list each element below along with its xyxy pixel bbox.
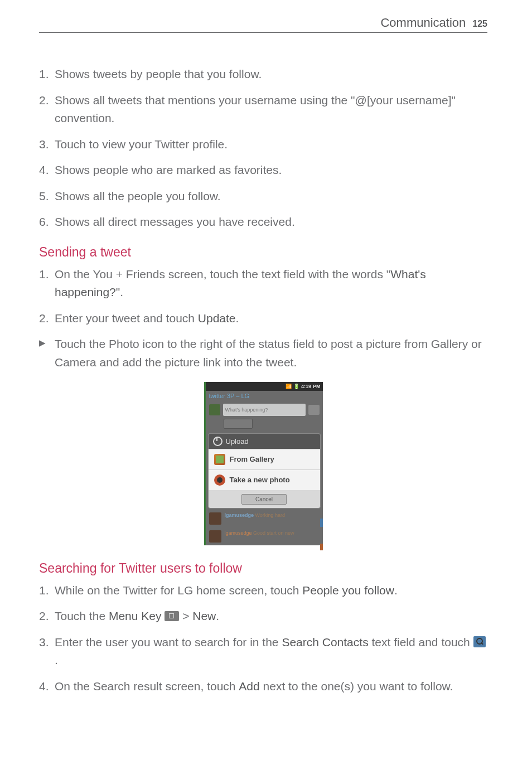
upload-sheet: Upload From Gallery Take a new photo Can… <box>208 433 321 509</box>
battery-icon: 🔋 <box>293 384 299 389</box>
step-text: Enter your tweet and touch Update. <box>55 309 487 328</box>
menu-key-icon <box>165 611 179 621</box>
page-number: 125 <box>472 19 487 29</box>
cancel-button[interactable]: Cancel <box>241 494 287 505</box>
section2-steps: 1. While on the Twitter for LG home scre… <box>39 582 487 696</box>
placeholder-text: What's happening? <box>225 407 268 413</box>
text-fragment: . <box>236 312 239 325</box>
intro-item: Shows all tweets that mentions your user… <box>55 91 487 128</box>
scroll-indicator <box>320 519 323 527</box>
compose-row: What's happening? <box>206 401 323 419</box>
update-row <box>206 419 323 432</box>
search-icon <box>473 636 486 647</box>
feed-username: lgamusedge <box>225 512 254 518</box>
intro-item: Touch to view your Twitter profile. <box>55 135 487 154</box>
sheet-option-gallery[interactable]: From Gallery <box>209 449 320 469</box>
sheet-title: Upload <box>226 437 249 446</box>
text-fragment: > <box>179 609 192 622</box>
status-pm: PM <box>313 384 321 389</box>
scroll-indicator <box>320 544 323 550</box>
page-header: Communication 125 <box>39 16 487 32</box>
feed-item: lgamusedge Working hard <box>206 510 323 527</box>
text-fragment: text field and touch <box>369 636 473 648</box>
text-fragment: . <box>394 584 398 597</box>
feed-avatar <box>209 530 221 543</box>
step-text: On the You + Friends screen, touch the t… <box>55 265 487 302</box>
section-title: Communication <box>380 16 466 30</box>
phone-screenshot: 📶 🔋 4:19 PM twitter 3P – LG What's happe… <box>204 382 323 545</box>
step-text: On the Search result screen, touch Add n… <box>55 677 487 696</box>
intro-item: Shows all the people you follow. <box>55 187 487 206</box>
upload-icon <box>213 437 223 446</box>
bullet-item: ▶ Touch the Photo icon to the right of t… <box>39 335 487 371</box>
intro-item: Shows people who are marked as favorites… <box>55 161 487 180</box>
intro-item: Shows tweets by people that you follow. <box>55 65 487 84</box>
text-fragment: On the You + Friends screen, touch the t… <box>55 268 390 280</box>
status-time: 4:19 <box>301 384 311 389</box>
bold-text: Add <box>239 680 259 693</box>
text-fragment: While on the Twitter for LG home screen,… <box>55 584 302 597</box>
text-fragment: . <box>216 609 219 622</box>
feed-body: Working hard <box>255 512 285 518</box>
document-page: Communication 125 1.Shows tweets by peop… <box>0 0 532 737</box>
option-label: From Gallery <box>230 455 274 463</box>
section-heading-searching: Searching for Twitter users to follow <box>39 561 487 576</box>
camera-icon <box>214 475 225 486</box>
intro-item: Shows all direct messages you have recei… <box>55 213 487 231</box>
section1-steps: 1. On the You + Friends screen, touch th… <box>39 265 487 328</box>
bold-text: Update <box>198 312 236 325</box>
option-label: Take a new photo <box>230 476 290 484</box>
figure-screenshot: 📶 🔋 4:19 PM twitter 3P – LG What's happe… <box>39 382 487 545</box>
feed-text: lgamusedge Good start on new <box>225 530 320 536</box>
signal-icon: 📶 <box>286 384 292 389</box>
sheet-header: Upload <box>209 434 320 449</box>
feed-avatar <box>209 512 221 525</box>
text-fragment: Enter your tweet and touch <box>55 312 198 325</box>
text-fragment: On the Search result screen, touch <box>55 680 239 693</box>
bold-text: People you follow <box>302 584 394 597</box>
step-text: Enter the user you want to search for in… <box>55 633 487 670</box>
intro-list: 1.Shows tweets by people that you follow… <box>39 65 487 231</box>
section-heading-sending-tweet: Sending a tweet <box>39 245 487 260</box>
bold-text: Search Contacts <box>282 636 368 648</box>
phone-statusbar: 📶 🔋 4:19 PM <box>206 382 323 391</box>
text-fragment: Touch the <box>55 609 109 622</box>
step-text: While on the Twitter for LG home screen,… <box>55 582 487 600</box>
feed-item: lgamusedge Good start on new <box>206 527 323 545</box>
avatar <box>209 404 220 415</box>
bold-text: New <box>192 609 216 622</box>
text-fragment: . <box>55 653 58 666</box>
feed-username: lgamusedge <box>225 530 252 536</box>
sheet-cancel-row: Cancel <box>209 490 320 508</box>
step-text: Touch the Menu Key > New. <box>55 607 487 626</box>
bold-text: Menu Key <box>109 609 162 622</box>
bullet-text: Touch the Photo icon to the right of the… <box>55 335 487 371</box>
header-rule <box>39 32 487 33</box>
text-fragment: Enter the user you want to search for in… <box>55 636 282 648</box>
update-button[interactable] <box>224 419 253 429</box>
text-fragment: ". <box>116 285 123 298</box>
photo-icon[interactable] <box>308 405 320 415</box>
sheet-option-camera[interactable]: Take a new photo <box>209 469 320 490</box>
feed-text: lgamusedge Working hard <box>225 512 320 518</box>
app-title: twitter 3P – LG <box>206 391 323 401</box>
triangle-bullet-icon: ▶ <box>39 335 55 371</box>
feed-body: Good start on new <box>253 530 294 536</box>
gallery-icon <box>214 454 225 465</box>
compose-input[interactable]: What's happening? <box>223 404 306 416</box>
text-fragment: next to the one(s) you want to follow. <box>260 680 453 693</box>
